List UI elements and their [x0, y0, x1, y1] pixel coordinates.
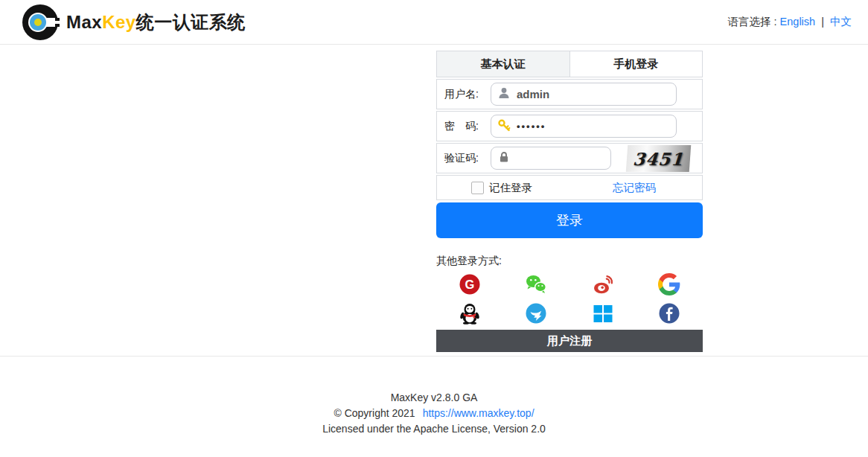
brand: MaxKey统一认证系统: [21, 3, 246, 42]
google-login-icon[interactable]: [658, 273, 680, 295]
password-input[interactable]: [517, 121, 670, 132]
dingtalk-login-icon[interactable]: [525, 302, 547, 325]
username-label: 用户名:: [444, 88, 491, 101]
language-label: 语言选择 :: [728, 16, 777, 28]
windows-login-icon[interactable]: [592, 302, 614, 325]
login-tabs: 基本认证 手机登录: [436, 51, 703, 77]
footer-license: Licensed under the Apache License, Versi…: [0, 421, 868, 437]
footer: MaxKey v2.8.0 GA © Copyright 2021https:/…: [0, 390, 868, 437]
facebook-login-icon[interactable]: [658, 302, 680, 325]
weibo-login-icon[interactable]: [592, 273, 614, 295]
tab-basic-auth[interactable]: 基本认证: [437, 51, 570, 77]
svg-text:G: G: [465, 278, 474, 291]
user-icon: [497, 86, 511, 103]
captcha-row: 验证码: 3451: [436, 143, 703, 173]
footer-site-link[interactable]: https://www.maxkey.top/: [423, 407, 534, 419]
password-input-box: [491, 115, 677, 138]
captcha-input[interactable]: [517, 152, 604, 164]
app-title-prefix: Max: [66, 12, 102, 32]
footer-copyright: © Copyright 2021: [334, 407, 415, 419]
language-separator: |: [821, 16, 824, 28]
remember-label: 记住登录: [489, 181, 532, 195]
language-chinese-link[interactable]: 中文: [830, 16, 852, 28]
tab-mobile-login[interactable]: 手机登录: [570, 51, 703, 77]
forgot-password-link[interactable]: 忘记密码: [613, 181, 656, 195]
register-button[interactable]: 用户注册: [436, 330, 703, 352]
app-title-accent: Key: [102, 12, 136, 32]
captcha-image[interactable]: 3451: [626, 145, 692, 172]
remember-row: 记住登录 忘记密码: [436, 175, 703, 200]
username-input[interactable]: [517, 88, 670, 100]
login-button[interactable]: 登录: [436, 202, 703, 238]
key-icon: [497, 118, 511, 135]
header: MaxKey统一认证系统 语言选择 : English | 中文: [0, 0, 868, 45]
lock-icon: [497, 150, 511, 167]
qq-login-icon[interactable]: [459, 302, 481, 325]
app-title: MaxKey统一认证系统: [66, 10, 246, 34]
username-input-box: [491, 83, 677, 106]
footer-version: MaxKey v2.8.0 GA: [0, 390, 868, 406]
footer-divider: [0, 356, 868, 357]
captcha-label: 验证码:: [444, 152, 491, 165]
wechat-login-icon[interactable]: [525, 273, 547, 295]
remember-checkbox[interactable]: [471, 182, 484, 194]
login-panel: 基本认证 手机登录 用户名: 密 码:: [436, 51, 703, 352]
username-row: 用户名:: [436, 79, 703, 109]
social-login-providers: G: [436, 273, 703, 325]
gitee-login-icon[interactable]: G: [459, 273, 481, 295]
captcha-input-box: [491, 147, 611, 170]
language-english-link[interactable]: English: [780, 16, 816, 28]
maxkey-login-page: MaxKey统一认证系统 语言选择 : English | 中文 基本认证 手机…: [0, 0, 868, 457]
password-label: 密 码:: [444, 120, 491, 133]
other-login-methods-label: 其他登录方式:: [436, 255, 703, 268]
language-selector: 语言选择 : English | 中文: [728, 15, 852, 29]
app-title-suffix: 统一认证系统: [136, 12, 246, 32]
maxkey-logo-icon: [21, 3, 60, 42]
password-row: 密 码:: [436, 111, 703, 141]
